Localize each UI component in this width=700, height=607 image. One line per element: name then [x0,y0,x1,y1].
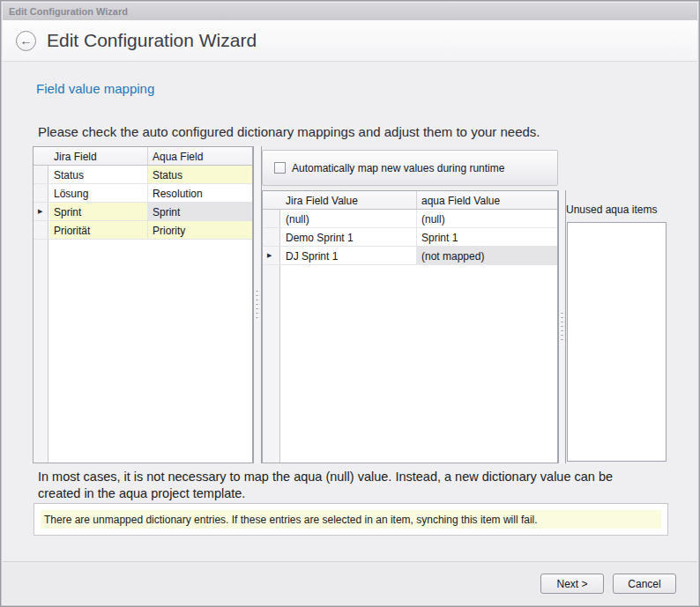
value-mapping-table: Jira Field Value aqua Field Value (null)… [262,190,558,463]
wizard-footer: Next > Cancel [3,561,697,604]
auto-map-checkbox-label[interactable]: Automatically map new values during runt… [292,162,504,174]
col-header-aqua-field-value[interactable]: aqua Field Value [417,191,557,209]
cell-aqua-field[interactable]: Sprint [148,203,252,220]
cell-aqua-field[interactable]: Status [148,166,252,183]
col-header-jira-field-value[interactable]: Jira Field Value [281,191,417,209]
splitter-grip-icon [560,311,564,343]
cell-jira-field-value[interactable]: Demo Sprint 1 [281,228,417,246]
window-titlebar[interactable]: Edit Configuration Wizard [3,3,697,20]
window-title: Edit Configuration Wizard [9,6,128,17]
vertical-splitter[interactable] [558,190,566,463]
cancel-button[interactable]: Cancel [613,574,676,594]
table-row: ▶ DJ Sprint 1 (not mapped) [263,247,557,265]
warning-highlight: There are unmapped dictionary entries. I… [41,510,661,529]
instruction-text: Please check the auto configured diction… [38,124,540,139]
cell-jira-field-value[interactable]: (null) [281,210,417,227]
field-mapping-table: Jira Field Aqua Field Status Status Lösu… [33,146,253,463]
field-table-header: Jira Field Aqua Field [34,147,252,166]
warning-text: There are unmapped dictionary entries. I… [44,514,538,526]
wizard-header: ← Edit Configuration Wizard [3,20,697,62]
next-button[interactable]: Next > [540,574,604,594]
current-row-arrow-icon: ▶ [267,252,272,258]
cell-aqua-field-value[interactable]: Sprint 1 [417,228,557,246]
splitter-grip-icon [256,289,260,321]
auto-map-panel: Automatically map new values during runt… [262,150,558,186]
auto-map-checkbox[interactable] [274,162,286,174]
unused-aqua-items-list[interactable] [567,222,666,462]
unused-aqua-items-label: Unused aqua items [566,204,657,216]
edit-configuration-wizard-window: Edit Configuration Wizard ← Edit Configu… [0,0,700,607]
table-row: Status Status [34,166,252,184]
table-row: ▶ Sprint Sprint [34,203,252,221]
col-header-jira-field[interactable]: Jira Field [49,147,148,165]
cell-aqua-field[interactable]: Resolution [148,184,252,202]
value-table-header: Jira Field Value aqua Field Value [263,191,557,210]
cell-jira-field[interactable]: Status [49,166,148,183]
cell-jira-field-value[interactable]: DJ Sprint 1 [281,247,417,264]
cell-aqua-field-value[interactable]: (not mapped) [417,247,557,264]
cell-aqua-field[interactable]: Priority [148,221,252,239]
back-button[interactable]: ← [16,31,36,51]
cell-jira-field[interactable]: Lösung [49,184,148,202]
cell-jira-field[interactable]: Sprint [49,203,148,220]
table-row: Priorität Priority [34,221,252,240]
page-title: Edit Configuration Wizard [47,30,257,51]
table-row: Demo Sprint 1 Sprint 1 [263,228,557,247]
section-title: Field value mapping [36,81,154,96]
warning-box: There are unmapped dictionary entries. I… [34,503,668,536]
col-header-aqua-field[interactable]: Aqua Field [148,147,252,165]
table-row: (null) (null) [263,210,557,228]
table-row: Lösung Resolution [34,184,252,203]
cell-jira-field[interactable]: Priorität [49,221,148,239]
vertical-splitter[interactable] [253,146,262,463]
arrow-left-icon: ← [20,34,33,47]
note-text: In most cases, it is not necessary to ma… [38,469,655,502]
current-row-arrow-icon: ▶ [38,208,42,214]
cell-aqua-field-value[interactable]: (null) [417,210,557,227]
